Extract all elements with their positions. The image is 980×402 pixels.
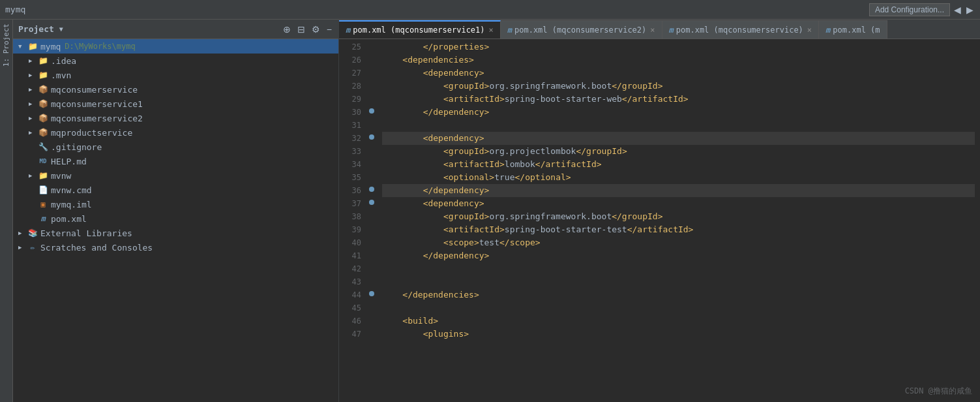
tab-label-tab2: pom.xml (mqconsumerservice2) [514, 25, 646, 35]
tab-tab4[interactable]: mpom.xml (m [819, 20, 887, 39]
tree-arrow-mqconsumerservice2[interactable]: ▶ [29, 115, 38, 121]
tree-item-pomxml[interactable]: mpom.xml [13, 211, 338, 226]
tree-arrow-mvnw[interactable]: ▶ [29, 172, 38, 179]
line-num-30: 30 [339, 106, 361, 119]
tree-label-pomxml: pom.xml [51, 214, 87, 224]
tree-arrow-mqconsumerservice1[interactable]: ▶ [29, 100, 38, 107]
line-num-37: 37 [339, 197, 361, 210]
code-line-29: <artifactId>spring-boot-starter-web</art… [382, 93, 975, 106]
module-icon: 📦 [38, 127, 48, 138]
code-line-47: <plugins> [382, 328, 975, 341]
tab-label-tab1: pom.xml (mqconsumerservice1) [353, 25, 484, 35]
gutter-row-39 [366, 222, 377, 235]
sidebar-tree: ▼📁mymqD:\MyWorks\mymq▶📁.idea▶📁.mvn▶📦mqco… [13, 39, 338, 402]
tree-item-mqconsumerservice1[interactable]: ▶📦mqconsumerservice1 [13, 97, 338, 111]
folder-icon: 📁 [38, 70, 48, 80]
tree-item-mqproductservice[interactable]: ▶📦mqproductservice [13, 125, 338, 140]
code-line-34: <artifactId>lombok</artifactId> [382, 158, 975, 171]
sidebar: Project ▼ ⊕ ⊟ ⚙ − ▼📁mymqD:\MyWorks\mymq▶… [13, 20, 339, 402]
code-line-40: <scope>test</scope> [382, 236, 975, 249]
tree-arrow-mvn[interactable]: ▶ [29, 72, 38, 78]
layout-icon[interactable]: ⊟ [296, 24, 306, 35]
tree-arrow-mymq[interactable]: ▼ [18, 43, 27, 50]
tree-item-helpmd[interactable]: MDHELP.md [13, 154, 338, 168]
gutter-row-26 [366, 52, 377, 65]
tree-arrow-idea[interactable]: ▶ [29, 57, 38, 64]
gutter-row-40 [366, 235, 377, 248]
tree-label-mqconsumerservice2: mqconsumerservice2 [51, 114, 143, 123]
tree-item-scratchesConsoles[interactable]: ▶✏Scratches and Consoles [13, 240, 338, 255]
gitignore-icon: 🔧 [38, 142, 48, 152]
code-line-27: <dependency> [382, 67, 975, 80]
tree-item-gitignore[interactable]: 🔧.gitignore [13, 140, 338, 154]
code-line-45 [382, 302, 975, 315]
line-num-39: 39 [339, 223, 361, 236]
code-line-26: <dependencies> [382, 54, 975, 67]
side-tab[interactable]: 1: Project [0, 20, 13, 402]
add-icon[interactable]: ⊕ [282, 24, 292, 35]
tree-arrow-mqconsumerservice[interactable]: ▶ [29, 86, 38, 93]
tree-label-scratchesConsoles: Scratches and Consoles [40, 243, 153, 253]
pom-icon: m [38, 213, 48, 224]
tree-arrow-scratchesConsoles[interactable]: ▶ [18, 244, 27, 251]
code-line-38: <groupId>org.springframework.boot</group… [382, 210, 975, 223]
tree-item-mvn[interactable]: ▶📁.mvn [13, 68, 338, 82]
line-num-36: 36 [339, 184, 361, 197]
sidebar-title: Project [18, 24, 54, 34]
tab-tab3[interactable]: mpom.xml (mqconsumerservice)× [662, 20, 820, 39]
file-icon: 📄 [38, 185, 48, 195]
gutter-row-43 [366, 274, 377, 287]
gutter-row-30 [366, 104, 377, 117]
gutter-row-34 [366, 157, 377, 170]
module-icon: 📦 [38, 99, 48, 109]
gutter-row-29 [366, 91, 377, 104]
arrow-right-button[interactable]: ▶ [965, 5, 975, 15]
line-numbers: 2526272829303132333435363738394041424344… [339, 39, 366, 402]
tree-arrow-externalLibraries[interactable]: ▶ [18, 230, 27, 236]
gutter-row-35 [366, 170, 377, 183]
tree-item-mymqiml[interactable]: ▣mymq.iml [13, 197, 338, 211]
settings-icon[interactable]: ⚙ [310, 24, 321, 35]
line-num-46: 46 [339, 315, 361, 328]
tree-item-mymq[interactable]: ▼📁mymqD:\MyWorks\mymq [13, 39, 338, 54]
tree-label-mymqiml: mymq.iml [51, 200, 92, 209]
tree-item-idea[interactable]: ▶📁.idea [13, 54, 338, 68]
folder-icon: 📁 [27, 41, 38, 52]
tab-close-tab2[interactable]: × [650, 25, 655, 35]
arrow-left-button[interactable]: ◀ [953, 5, 962, 15]
gutter-row-37 [366, 196, 377, 209]
add-configuration-button[interactable]: Add Configuration... [869, 3, 950, 16]
tab-tab1[interactable]: mpom.xml (mqconsumerservice1)× [339, 20, 501, 39]
line-num-40: 40 [339, 236, 361, 249]
gutter-row-46 [366, 313, 377, 326]
gutter-row-25 [366, 39, 377, 52]
code-line-44: </dependencies> [382, 288, 975, 302]
tree-item-mvnw[interactable]: ▶📁mvnw [13, 168, 338, 183]
tab-tab2[interactable]: mpom.xml (mqconsumerservice2)× [501, 20, 662, 39]
sidebar-dropdown-arrow[interactable]: ▼ [59, 25, 63, 33]
tab-close-tab3[interactable]: × [807, 25, 812, 35]
tree-item-externalLibraries[interactable]: ▶📚External Libraries [13, 226, 338, 240]
tab-label-tab3: pom.xml (mqconsumerservice) [676, 25, 803, 35]
line-num-47: 47 [339, 328, 361, 341]
code-line-32: <dependency> [382, 132, 975, 145]
tree-item-mqconsumerservice[interactable]: ▶📦mqconsumerservice [13, 82, 338, 97]
tree-label-gitignore: .gitignore [51, 142, 102, 152]
code-line-31 [382, 119, 975, 132]
line-num-25: 25 [339, 40, 361, 54]
line-num-34: 34 [339, 158, 361, 171]
tree-arrow-mqproductservice[interactable]: ▶ [29, 129, 38, 136]
code-content[interactable]: </properties> <dependencies> <dependency… [377, 39, 980, 402]
line-num-44: 44 [339, 288, 361, 302]
pom-tab-icon: m [825, 25, 830, 35]
sidebar-header-icons: ⊕ ⊟ ⚙ − [282, 24, 333, 35]
tree-label-mvnwcmd: mvnw.cmd [51, 185, 92, 195]
gutter-row-47 [366, 326, 377, 339]
tab-close-tab1[interactable]: × [489, 25, 494, 35]
line-num-33: 33 [339, 145, 361, 158]
close-sidebar-icon[interactable]: − [325, 24, 333, 35]
tree-item-mvnwcmd[interactable]: 📄mvnw.cmd [13, 183, 338, 197]
code-line-43 [382, 275, 975, 288]
gutter-marker-37 [369, 200, 374, 205]
tree-item-mqconsumerservice2[interactable]: ▶📦mqconsumerservice2 [13, 111, 338, 125]
